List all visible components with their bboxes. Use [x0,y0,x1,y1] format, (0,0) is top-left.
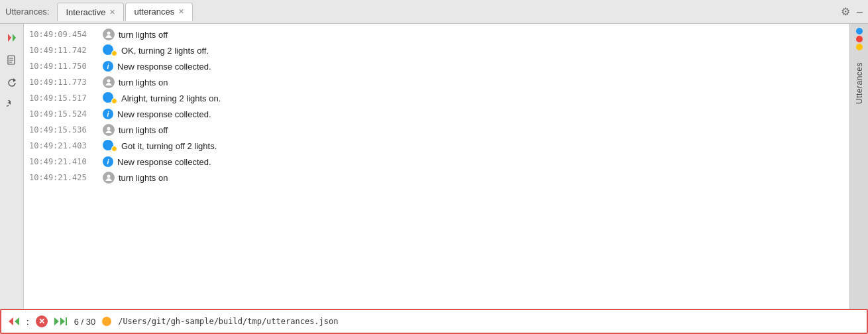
svg-marker-0 [8,34,11,42]
log-timestamp: 10:49:15.517 [29,93,99,103]
log-text: turn lights on [119,173,844,183]
log-text: turn lights on [119,78,844,87]
svg-marker-6 [13,78,16,82]
info-icon: i [103,61,113,72]
log-row: 10:49:11.750iNew response collected. [24,58,849,74]
status-path: /Users/git/gh-sample/build/tmp/utterance… [118,317,338,326]
svg-point-10 [107,127,111,131]
log-timestamp: 10:49:11.742 [29,46,99,55]
log-area[interactable]: 10:49:09.454turn lights off10:49:11.742O… [24,24,849,309]
log-timestamp: 10:49:11.750 [29,62,99,71]
status-orange-dot [102,317,111,326]
assistant-icon [103,140,117,152]
svg-marker-13 [15,317,19,325]
assistant-icon [103,44,117,56]
tab-utterances-close[interactable]: ✕ [178,8,184,15]
log-row: 10:49:11.742OK, turning 2 lights off. [24,42,849,58]
log-row: 10:49:15.524iNew response collected. [24,106,849,122]
minus-icon[interactable]: – [857,6,863,18]
main-area: 10:49:09.454turn lights off10:49:11.742O… [0,24,868,309]
right-panel: Utterances [849,24,868,309]
svg-marker-1 [13,34,16,42]
fast-forward-icon[interactable] [54,317,68,326]
log-text: Got it, turning off 2 lights. [121,141,844,151]
info-icon: i [103,109,113,119]
tab-bar-actions: ⚙ – [841,5,863,18]
tab-interactive-close[interactable]: ✕ [109,9,115,16]
red-indicator [856,36,863,42]
svg-marker-14 [54,317,59,325]
log-text: turn lights off [119,30,844,40]
right-panel-label: Utterances [855,62,864,104]
person-icon [103,28,115,40]
assistant-icon [103,92,117,104]
log-row: 10:49:21.410iNew response collected. [24,154,849,170]
status-colon: : [27,317,29,327]
left-toolbar [0,24,24,309]
status-progress: 6 / 30 [74,317,96,327]
play-back-icon[interactable] [8,317,20,326]
log-text: turn lights off [119,125,844,135]
svg-marker-15 [60,317,65,325]
log-text: OK, turning 2 lights off. [121,46,844,56]
log-timestamp: 10:49:11.773 [29,78,99,87]
yellow-indicator [856,44,863,50]
svg-point-11 [107,175,111,178]
log-row: 10:49:11.773turn lights on [24,74,849,90]
svg-marker-12 [9,317,13,325]
person-icon [103,76,115,88]
tab-interactive-label: Interactive [66,7,105,17]
log-row: 10:49:09.454turn lights off [24,27,849,42]
log-row: 10:49:21.425turn lights on [24,170,849,186]
tab-bar-label: Utterances: [5,7,49,17]
log-row: 10:49:15.517Alright, turning 2 lights on… [24,90,849,106]
status-x-icon[interactable]: ✕ [36,315,48,327]
log-text: New response collected. [117,109,844,119]
log-timestamp: 10:49:21.403 [29,141,99,150]
log-timestamp: 10:49:15.536 [29,125,99,135]
svg-point-8 [107,32,111,35]
log-row: 10:49:15.536turn lights off [24,122,849,138]
log-timestamp: 10:49:09.454 [29,30,99,39]
tab-utterances[interactable]: utterances ✕ [125,3,193,21]
play-button[interactable] [3,29,21,46]
person-icon [103,172,115,184]
log-row: 10:49:21.403Got it, turning off 2 lights… [24,138,849,154]
gear-icon[interactable]: ⚙ [841,5,850,18]
person-icon [103,124,115,136]
log-timestamp: 10:49:15.524 [29,109,99,119]
svg-rect-16 [66,317,67,325]
tab-interactive[interactable]: Interactive ✕ [57,3,124,21]
log-timestamp: 10:49:21.425 [29,173,99,182]
reload-button[interactable] [3,74,21,91]
log-timestamp: 10:49:21.410 [29,157,99,166]
tab-utterances-label: utterances [134,7,174,17]
log-text: New response collected. [117,62,844,72]
status-bar: : ✕ 6 / 30 /Users/git/gh-sample/build/tm… [0,309,868,334]
svg-point-9 [107,80,111,83]
right-dot-group [856,28,863,50]
document-button[interactable] [3,52,21,69]
tab-bar: Utterances: Interactive ✕ utterances ✕ ⚙… [0,0,868,24]
log-text: New response collected. [117,157,844,167]
undo-button[interactable] [3,97,21,114]
log-text: Alright, turning 2 lights on. [121,93,844,103]
info-icon: i [103,156,113,167]
blue-indicator [856,28,863,34]
